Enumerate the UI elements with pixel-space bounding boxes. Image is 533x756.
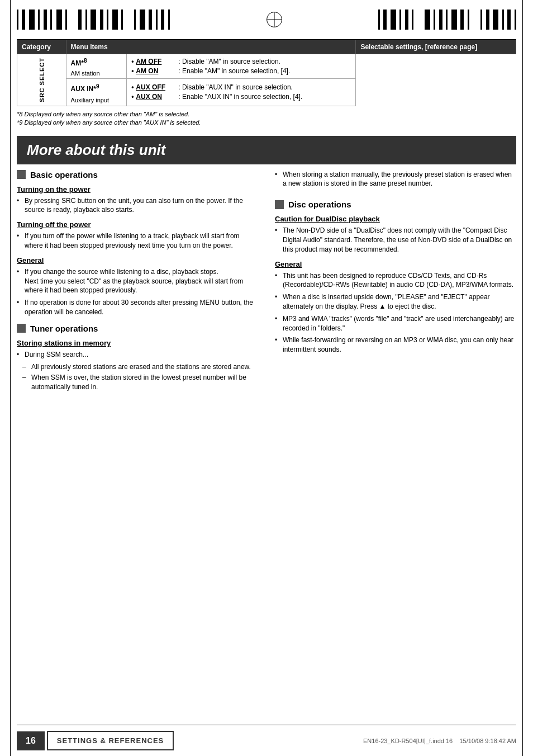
turning-off-heading: Turning off the power: [17, 220, 258, 229]
list-item: By pressing SRC button on the unit, you …: [17, 196, 258, 215]
right-column: When storing a station manually, the pre…: [269, 170, 516, 394]
main-content: Category Menu items Selectable settings,…: [0, 40, 533, 405]
list-item: When a disc is inserted upside down, "PL…: [275, 292, 516, 311]
footnote-9: *9 Displayed only when any source other …: [17, 119, 516, 126]
turning-on-list: By pressing SRC button on the unit, you …: [17, 196, 258, 215]
tuner-ops-title: Tuner operations: [17, 324, 258, 333]
basic-ops-icon: [17, 170, 26, 179]
sub-list-item: When SSM is over, the station stored in …: [22, 373, 258, 392]
turning-off-list: If you turn off the power while listenin…: [17, 231, 258, 251]
list-item: MP3 and WMA "tracks" (words "file" and "…: [275, 314, 516, 333]
sub-list-item: All previously stored stations are erase…: [22, 362, 258, 372]
left-border: [10, 0, 11, 756]
storing-sub-list: All previously stored stations are erase…: [22, 362, 258, 392]
right-top-list: When storing a station manually, the pre…: [275, 170, 516, 189]
page-number: 16: [17, 731, 45, 750]
top-line: [17, 39, 516, 40]
list-item: This unit has been designed to reproduce…: [275, 271, 516, 290]
disc-ops-title: Disc operations: [275, 200, 516, 209]
turning-on-heading: Turning on the power: [17, 185, 258, 193]
page-wrapper: Category Menu items Selectable settings,…: [0, 0, 533, 756]
general-heading-left: General: [17, 256, 258, 264]
right-border: [522, 0, 523, 756]
caution-list: The Non-DVD side of a "DualDisc" does no…: [275, 226, 516, 254]
general-list-left: If you change the source while listening…: [17, 267, 258, 317]
list-item: If no operation is done for about 30 sec…: [17, 298, 258, 317]
registration-mark: [266, 12, 282, 27]
settings-table: Category Menu items Selectable settings,…: [17, 40, 516, 106]
page-footer: 16 SETTINGS & REFERENCES EN16-23_KD-R504…: [0, 725, 533, 756]
footnote-8: *8 Displayed only when any source other …: [17, 111, 516, 117]
footer-file-info: EN16-23_KD-R504[UI]_f.indd 16 15/10/08 9…: [363, 738, 516, 744]
left-column: Basic operations Turning on the power By…: [17, 170, 269, 394]
list-item: During SSM search...: [17, 350, 258, 360]
tuner-ops-icon: [17, 324, 26, 333]
footer-label: SETTINGS & REFERENCES: [47, 731, 174, 750]
caution-heading: Caution for DualDisc playback: [275, 215, 516, 223]
two-column-content: Basic operations Turning on the power By…: [17, 170, 516, 394]
basic-ops-title: Basic operations: [17, 170, 258, 179]
more-about-header: More about this unit: [17, 136, 516, 164]
top-header: [0, 0, 533, 39]
disc-general-heading: General: [275, 260, 516, 268]
storing-list: During SSM search...: [17, 350, 258, 360]
list-item: When storing a station manually, the pre…: [275, 170, 516, 189]
left-barcodes: [17, 10, 170, 30]
disc-general-list: This unit has been designed to reproduce…: [275, 271, 516, 355]
list-item: If you turn off the power while listenin…: [17, 231, 258, 251]
storing-heading: Storing stations in memory: [17, 339, 258, 347]
right-barcodes: [378, 10, 516, 30]
list-item: While fast-forwarding or reversing on an…: [275, 336, 516, 355]
list-item: If you change the source while listening…: [17, 267, 258, 295]
disc-ops-icon: [275, 200, 284, 209]
list-item: The Non-DVD side of a "DualDisc" does no…: [275, 226, 516, 254]
